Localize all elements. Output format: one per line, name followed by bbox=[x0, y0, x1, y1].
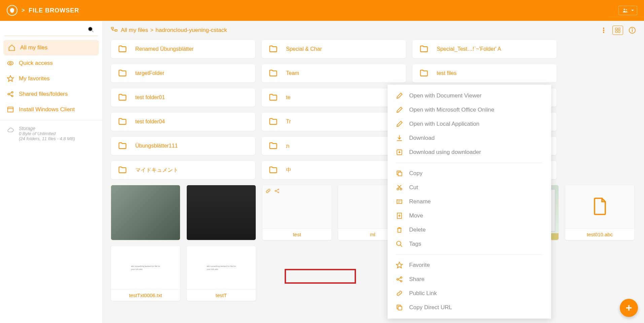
user-menu[interactable] bbox=[618, 6, 637, 15]
divider bbox=[4, 36, 98, 36]
folder-icon bbox=[269, 117, 278, 126]
folder-icon bbox=[118, 165, 127, 175]
folder-card[interactable]: マイドキュメント bbox=[111, 161, 255, 179]
folder-icon bbox=[118, 93, 127, 102]
file-label: testT bbox=[187, 289, 256, 301]
file-label: test bbox=[262, 229, 331, 240]
menu-divider bbox=[396, 254, 543, 255]
folder-card[interactable]: 中 bbox=[261, 161, 406, 179]
menu-item-tags[interactable]: Tags bbox=[388, 237, 551, 251]
folder-label: Special & Char bbox=[286, 46, 322, 52]
search-icon bbox=[87, 26, 94, 33]
folder-card[interactable]: test folder01 bbox=[111, 88, 255, 107]
svg-line-9 bbox=[9, 92, 11, 94]
menu-item-open-with-local-application[interactable]: Open with Local Application bbox=[388, 117, 551, 131]
folder-card[interactable]: te bbox=[261, 88, 406, 107]
svg-rect-31 bbox=[398, 172, 402, 176]
search-button[interactable] bbox=[0, 21, 102, 36]
folder-card[interactable]: test files bbox=[412, 64, 557, 83]
folder-icon bbox=[269, 141, 278, 151]
breadcrumb-current[interactable]: hadroncloud-yuening-cstack bbox=[155, 27, 227, 34]
chevron-down-icon bbox=[631, 9, 634, 12]
folder-icon bbox=[118, 141, 127, 151]
menu-divider bbox=[396, 163, 543, 163]
users-icon bbox=[621, 7, 629, 13]
folder-label: Team bbox=[286, 70, 299, 76]
menu-item-label: Move bbox=[409, 212, 423, 219]
home-icon bbox=[8, 44, 15, 51]
menu-item-favorite[interactable]: Favorite bbox=[388, 258, 551, 272]
folder-label: Special_Test…!`~'Folder' A bbox=[437, 46, 501, 52]
menu-item-download[interactable]: Download bbox=[388, 131, 551, 145]
svg-point-16 bbox=[603, 30, 604, 31]
folder-card[interactable]: Special & Char bbox=[261, 40, 406, 58]
folder-card[interactable]: test folder04 bbox=[111, 112, 255, 131]
folder-card[interactable]: Tr bbox=[261, 112, 406, 131]
app-header: > FILE BROWSER bbox=[0, 0, 644, 21]
file-card[interactable]: abc something testtext for file foryour … bbox=[186, 246, 256, 301]
menu-item-label: Open with Document Viewer bbox=[409, 92, 481, 99]
toolbar: All my files > hadroncloud-yuening-cstac… bbox=[103, 21, 644, 40]
storage-details: (24 folders, 11 files - 4.8 MB) bbox=[19, 136, 75, 141]
file-card[interactable]: test010.abc bbox=[565, 185, 635, 240]
file-card[interactable]: abc something testtext for file foryour … bbox=[111, 246, 180, 301]
menu-item-label: Copy bbox=[409, 170, 423, 177]
svg-rect-11 bbox=[8, 107, 13, 112]
sidebar-item-all-files[interactable]: All my files bbox=[3, 40, 99, 55]
folder-card[interactable]: Übungsblätter111 bbox=[111, 136, 255, 155]
menu-item-label: Copy Direct URL bbox=[409, 304, 452, 311]
menu-item-label: Download using downloader bbox=[409, 149, 481, 156]
view-toggle[interactable] bbox=[612, 26, 623, 35]
file-card[interactable] bbox=[111, 185, 180, 240]
app-logo[interactable] bbox=[7, 5, 17, 16]
file-label: testTxt0006.txt bbox=[111, 289, 180, 301]
menu-item-share[interactable]: Share bbox=[388, 272, 551, 286]
folder-card[interactable]: Renamed Übungsblätter bbox=[111, 40, 255, 58]
svg-point-27 bbox=[278, 192, 279, 193]
window-icon bbox=[7, 106, 14, 113]
menu-item-move[interactable]: Move bbox=[388, 209, 551, 223]
svg-line-37 bbox=[400, 245, 402, 247]
folder-card[interactable]: Special_Test…!`~'Folder' A bbox=[412, 40, 557, 58]
sidebar-item-install[interactable]: Install Windows Client bbox=[0, 102, 102, 117]
header-left: > FILE BROWSER bbox=[7, 5, 79, 16]
storage-usage: 0 Byte of Unlimited bbox=[19, 131, 75, 136]
thumb-grid: testml--test005.txt.txttest010.abcabc so… bbox=[103, 185, 644, 301]
menu-item-label: Delete bbox=[409, 227, 426, 233]
menu-item-label: Public Link bbox=[409, 290, 437, 297]
file-card[interactable]: test bbox=[262, 185, 332, 240]
menu-item-open-with-microsoft-office-online[interactable]: Open with Microsoft Office Online bbox=[388, 103, 551, 117]
menu-item-delete[interactable]: Delete bbox=[388, 223, 551, 237]
folder-label: te bbox=[286, 94, 290, 100]
svg-line-41 bbox=[398, 278, 400, 279]
menu-dots-icon[interactable] bbox=[600, 27, 607, 34]
info-icon[interactable] bbox=[629, 27, 636, 34]
menu-item-open-with-document-viewer[interactable]: Open with Document Viewer bbox=[388, 89, 551, 103]
menu-item-copy[interactable]: Copy bbox=[388, 166, 551, 180]
sidebar-item-favorites[interactable]: My favorites bbox=[0, 71, 102, 86]
folder-card[interactable]: targetFolder bbox=[111, 64, 255, 83]
sidebar-item-shared[interactable]: Shared files/folders bbox=[0, 86, 102, 102]
svg-rect-20 bbox=[615, 31, 617, 33]
svg-rect-13 bbox=[111, 27, 113, 29]
folder-label: test files bbox=[437, 70, 457, 76]
svg-point-32 bbox=[397, 188, 399, 190]
menu-item-download-using-downloader[interactable]: Download using downloader bbox=[388, 145, 551, 159]
breadcrumb-root[interactable]: All my files bbox=[121, 27, 148, 34]
file-label: test010.abc bbox=[565, 229, 634, 240]
sidebar-item-label: My favorites bbox=[19, 75, 50, 82]
menu-item-cut[interactable]: Cut bbox=[388, 180, 551, 195]
sidebar-item-quick-access[interactable]: Quick access bbox=[0, 55, 102, 71]
folder-card[interactable]: ת bbox=[261, 136, 406, 155]
menu-item-rename[interactable]: Rename bbox=[388, 195, 551, 209]
add-button[interactable] bbox=[620, 299, 638, 317]
menu-item-public-link[interactable]: Public Link bbox=[388, 286, 551, 300]
cloud-icon bbox=[7, 126, 14, 134]
folder-label: Übungsblätter111 bbox=[135, 143, 178, 149]
menu-item-copy-direct-url[interactable]: Copy Direct URL bbox=[388, 300, 551, 315]
file-card[interactable] bbox=[186, 185, 256, 240]
folder-icon bbox=[419, 69, 429, 78]
menu-item-label: Share bbox=[409, 276, 424, 283]
folder-card[interactable]: Team bbox=[261, 64, 406, 83]
share-icon bbox=[274, 188, 280, 194]
